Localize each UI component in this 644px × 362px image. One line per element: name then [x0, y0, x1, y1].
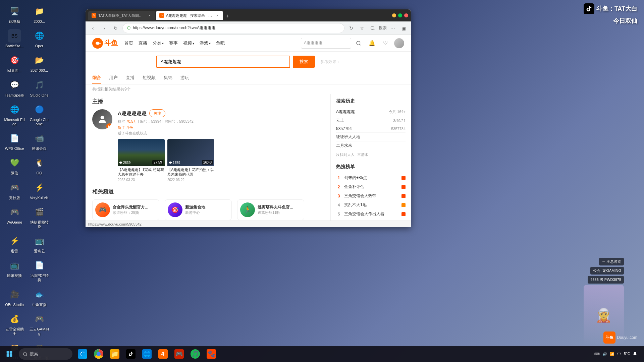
- maximize-button[interactable]: [398, 13, 402, 17]
- desktop-icon-video-convert[interactable]: 🎬 快捷视频转换: [28, 203, 51, 231]
- user-avatar[interactable]: [394, 38, 404, 48]
- douyu-search-input[interactable]: [301, 38, 351, 49]
- tab-users[interactable]: 用户: [109, 75, 118, 84]
- taskbar-app-game[interactable]: 🎮: [172, 347, 186, 361]
- notification-icon[interactable]: 🔔: [367, 39, 377, 48]
- desktop-icon-battlestate[interactable]: BS BattleSta...: [3, 27, 26, 50]
- desktop-icon-computer[interactable]: 🖥️ 此电脑: [3, 3, 26, 26]
- toolbar-menu-btn[interactable]: ⋯: [388, 23, 397, 33]
- nav-events[interactable]: 赛事: [169, 40, 178, 46]
- channel-card-1[interactable]: 🎮 合金弹头觉醒官方... 频道粉丝：25频: [92, 199, 159, 220]
- tab1-close[interactable]: ×: [147, 13, 152, 18]
- toolbar-search-btn[interactable]: [368, 23, 377, 33]
- taskbar-app-edge[interactable]: [75, 347, 90, 361]
- taskbar-search[interactable]: 搜索: [19, 348, 72, 360]
- browser-tab-1[interactable]: 斗 TAT大白圆圈_TAT大白圆圈_TAT大... ×: [88, 11, 155, 20]
- taskbar-ime-icon[interactable]: 中: [617, 351, 621, 357]
- rank-item-5[interactable]: 5 三角交错会大作出人着: [336, 209, 406, 219]
- history-item-2[interactable]: 云上 3/49/21: [336, 116, 406, 125]
- taskbar-app-browser2[interactable]: 🌐: [140, 347, 154, 361]
- video-thumb-1[interactable]: 2839 27:59 【A趣趣趣趣】1完成 还是我大总有你过不去 2022-03…: [118, 139, 165, 182]
- desktop-icon-xunlei[interactable]: ⚡ 迅雷: [3, 232, 26, 255]
- desktop-icon-wechat[interactable]: 💚 微信: [3, 154, 26, 177]
- channel-card-2[interactable]: 🎯 新游集合地 新游中心: [165, 199, 232, 220]
- channel-card-3[interactable]: 🏃 逃离塔科夫斗鱼官... 逃离粉丝11听: [237, 199, 304, 220]
- taskbar-notification-btn[interactable]: [633, 352, 637, 356]
- nav-live[interactable]: 直播: [139, 40, 147, 46]
- taskbar-app-tiktok[interactable]: [123, 347, 138, 361]
- minimize-button[interactable]: [392, 13, 396, 17]
- search-icon[interactable]: [354, 39, 363, 48]
- nav-home[interactable]: 首页: [124, 40, 133, 46]
- history-clear-all[interactable]: 三清水: [357, 152, 368, 157]
- desktop-icon-opera[interactable]: 🌐 Oper: [28, 27, 51, 50]
- toolbar-refresh-btn[interactable]: ↻: [346, 23, 356, 33]
- desktop-icon-iqiyi[interactable]: 📺 爱奇艺: [28, 232, 51, 255]
- new-tab-button[interactable]: +: [224, 12, 232, 20]
- desktop-icon-lol[interactable]: 🎯 lol桌面...: [3, 52, 26, 75]
- address-bar[interactable]: https://www.douyu.com/search?kw=A趣趣趣趣: [122, 23, 344, 33]
- desktop-icon-pdf[interactable]: 📄 迅雷PDF转换: [28, 257, 51, 284]
- rank-item-3[interactable]: 3 三角交错会大热带: [336, 191, 406, 200]
- desktop-icon-game1[interactable]: 🎮 竞技版: [3, 179, 26, 202]
- tab-short-video[interactable]: 短视频: [143, 75, 156, 84]
- taskbar-app-orange1[interactable]: 斗: [156, 347, 170, 361]
- desktop-icon-wps[interactable]: 📄 WPS Office: [3, 130, 26, 153]
- streamer-avatar[interactable]: ▶: [92, 109, 112, 129]
- desktop-icon-chrome[interactable]: 🔵 Google Chrome: [28, 101, 51, 128]
- nav-games[interactable]: 游戏: [200, 40, 211, 46]
- toolbar-star-btn[interactable]: ☆: [357, 23, 367, 33]
- tab-highlights[interactable]: 集锦: [164, 75, 172, 84]
- heart-icon[interactable]: ♡: [381, 39, 390, 48]
- taskbar-app-chrome[interactable]: [91, 347, 106, 361]
- nav-video[interactable]: 视频: [183, 40, 194, 46]
- history-item-3[interactable]: 5357794 5357784: [336, 125, 406, 133]
- taskbar-app-misc[interactable]: 🐾: [204, 347, 219, 361]
- tab2-close[interactable]: ×: [215, 13, 220, 18]
- taskbar-volume-icon[interactable]: 🔊: [602, 352, 607, 356]
- start-button[interactable]: [3, 347, 16, 361]
- taskbar-network-icon[interactable]: 📶: [610, 352, 614, 356]
- taskbar-app-music[interactable]: 🎵: [188, 347, 203, 361]
- streamer-name[interactable]: A趣趣趣趣趣: [118, 110, 147, 117]
- desktop-icon-folder2[interactable]: 📂 2024060...: [28, 52, 51, 75]
- douyu-logo[interactable]: 斗鱼: [92, 38, 118, 49]
- history-item-4[interactable]: 证证班大人地: [336, 133, 406, 141]
- search-text[interactable]: 搜索: [379, 25, 387, 31]
- desktop-icon-qq[interactable]: 🐧 QQ: [28, 154, 51, 177]
- toolbar-sidebar-btn[interactable]: ▣: [399, 23, 408, 33]
- back-button[interactable]: ‹: [88, 23, 98, 33]
- history-item-1[interactable]: A趣趣趣趣 今共 164+: [336, 108, 406, 116]
- desktop-icon-teamspeak[interactable]: 💬 TeamSpeak: [3, 76, 26, 100]
- tab-live[interactable]: 直播: [126, 75, 135, 84]
- follow-button[interactable]: 关注: [149, 109, 165, 117]
- refresh-button[interactable]: ↻: [111, 23, 120, 33]
- desktop-icon-tencent-video[interactable]: 📺 腾讯视频: [3, 257, 26, 284]
- desktop-icon-gaming[interactable]: 🎮 三云GAMiNg: [28, 310, 51, 338]
- tab-comprehensive[interactable]: 综合: [92, 75, 101, 84]
- rank-item-1[interactable]: 1 剑来的+85点: [336, 173, 406, 182]
- history-item-5[interactable]: 二月水米: [336, 141, 406, 150]
- nav-category[interactable]: 分类: [153, 40, 164, 46]
- taskbar-app-files[interactable]: 📁: [107, 347, 122, 361]
- rank-item-2[interactable]: 2 金鱼补评估: [336, 182, 406, 191]
- desktop-icon-folder1[interactable]: 📁 2000...: [28, 3, 51, 26]
- close-button[interactable]: [404, 13, 408, 17]
- desktop-icon-douyu-live[interactable]: 🐟 斗鱼直播: [28, 286, 51, 309]
- history-clear-partial[interactable]: 没找到大人: [336, 152, 355, 157]
- taskbar-keyboard-icon[interactable]: ⌨: [594, 352, 600, 356]
- desktop-icon-studio[interactable]: 🎵 Studio One: [28, 76, 51, 100]
- desktop-icon-edge[interactable]: 🌐 Microsoft Edge: [3, 101, 26, 128]
- desktop-icon-obs[interactable]: 🎥 OBs Studio: [3, 286, 26, 309]
- nav-fishbar[interactable]: 鱼吧: [216, 40, 225, 46]
- rank-item-4[interactable]: 4 扰乱不大1地: [336, 200, 406, 209]
- desktop-icon-tax[interactable]: 💰 云雷金税助手: [3, 310, 26, 338]
- tab-gameplay[interactable]: 游玩: [180, 75, 189, 84]
- browser-tab-2[interactable]: 斗 A趣趣趣趣趣 - 搜索结果 - 斗鱼直... ×: [156, 11, 223, 20]
- main-search-input[interactable]: [156, 56, 290, 68]
- forward-button[interactable]: ›: [100, 23, 109, 33]
- desktop-icon-wegame[interactable]: 🎮 WeGame: [3, 203, 26, 231]
- search-submit-button[interactable]: 搜索: [293, 56, 315, 68]
- desktop-icon-tencent-meeting[interactable]: 📹 腾讯会议: [28, 130, 51, 153]
- desktop-icon-verykui[interactable]: ⚡ VeryKui VK: [28, 179, 51, 202]
